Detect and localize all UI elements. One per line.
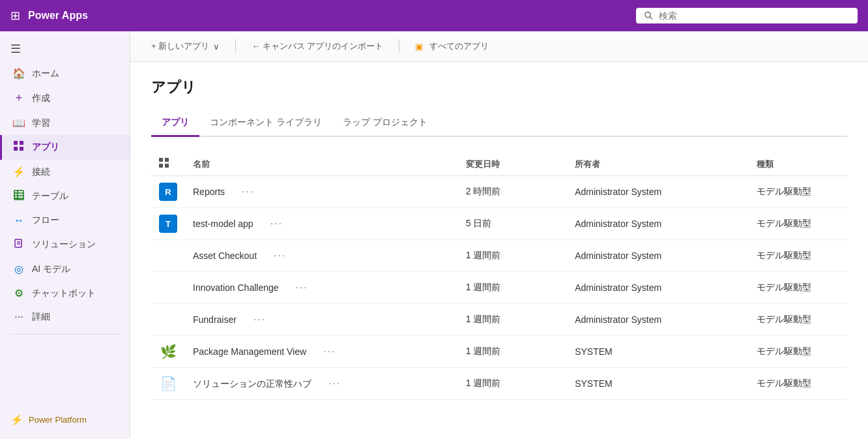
create-icon: +	[12, 91, 25, 105]
all-apps-label: すべてのアプリ	[429, 40, 489, 52]
sidebar-item-label: 作成	[32, 93, 50, 104]
page-title: アプリ	[151, 78, 847, 97]
app-icon-cell: T	[151, 208, 185, 240]
sidebar-item-label: ホーム	[32, 68, 59, 80]
svg-rect-11	[15, 239, 22, 247]
app-type-cell: モデル駆動型	[749, 304, 847, 336]
apps-icon	[12, 141, 25, 154]
solutions-icon	[12, 238, 25, 251]
app-name: Innovation Challenge	[193, 282, 279, 293]
tabs: アプリ コンポーネント ライブラリ ラップ プロジェクト	[151, 110, 847, 137]
sidebar-item-home[interactable]: 🏠 ホーム	[0, 61, 130, 85]
app-name: ソリューションの正常性ハブ	[193, 378, 311, 389]
dots-menu[interactable]: ···	[270, 249, 290, 262]
sidebar-toggle[interactable]: ☰	[0, 37, 130, 61]
dots-menu[interactable]: ···	[267, 217, 287, 230]
svg-rect-17	[165, 164, 169, 168]
app-name-cell: Innovation Challenge ···	[185, 272, 458, 304]
svg-rect-5	[20, 147, 23, 151]
app-name: test-model app	[193, 219, 253, 229]
app-owner-cell: SYSTEM	[567, 336, 749, 368]
dots-menu[interactable]: ···	[250, 312, 270, 326]
app-modified-cell: 1 週間前	[458, 272, 567, 304]
sidebar-item-learn[interactable]: 📖 学習	[0, 111, 130, 135]
new-app-label: + 新しいアプリ	[151, 40, 209, 52]
sidebar-item-chatbot[interactable]: ⚙ チャットボット	[0, 281, 130, 305]
import-button[interactable]: ← キャンバス アプリのインポート	[246, 38, 388, 55]
svg-rect-3	[20, 141, 23, 145]
app-icon-cell: 📄	[151, 368, 185, 400]
col-icon-header	[151, 153, 185, 176]
table-row: Asset Checkout ··· 1 週間前 Administrator S…	[151, 240, 847, 272]
app-name-cell: ソリューションの正常性ハブ ···	[185, 368, 458, 400]
table-row: R Reports ··· 2 時間前 Administrator System…	[151, 176, 847, 208]
col-type-header: 種類	[749, 153, 847, 176]
app-name: Package Management View	[193, 346, 306, 357]
new-app-button[interactable]: + 新しいアプリ ∨	[146, 38, 225, 55]
app-type-cell: モデル駆動型	[749, 272, 847, 304]
sidebar-bottom-powerplatform[interactable]: ⚡ Power Platform	[0, 406, 130, 434]
app-icon-cell: 🌿	[151, 336, 185, 368]
svg-rect-2	[14, 141, 18, 145]
sidebar-item-ai[interactable]: ◎ AI モデル	[0, 257, 130, 281]
search-icon	[644, 10, 654, 21]
sidebar: ☰ 🏠 ホーム + 作成 📖 学習 アプリ ⚡ 接続 テーブル	[0, 31, 130, 439]
home-icon: 🏠	[12, 67, 25, 80]
tab-components[interactable]: コンポーネント ライブラリ	[199, 110, 332, 137]
sidebar-item-label: ソリューション	[32, 239, 96, 250]
app-owner-cell: Administrator System	[567, 208, 749, 240]
sidebar-item-label: フロー	[32, 215, 59, 226]
app-type-cell: モデル駆動型	[749, 368, 847, 400]
content-area: アプリ アプリ コンポーネント ライブラリ ラップ プロジェクト	[130, 62, 868, 416]
col-modified-header: 変更日時	[458, 153, 567, 176]
sidebar-item-solutions[interactable]: ソリューション	[0, 232, 130, 257]
svg-rect-4	[14, 147, 18, 151]
sidebar-item-label: AI モデル	[32, 264, 70, 275]
ai-icon: ◎	[12, 263, 25, 275]
sidebar-item-label: チャットボット	[32, 288, 96, 299]
svg-rect-14	[159, 158, 163, 162]
dots-menu[interactable]: ···	[319, 344, 340, 358]
app-owner-cell: Administrator System	[567, 304, 749, 336]
tab-apps[interactable]: アプリ	[151, 110, 199, 137]
app-modified-cell: 1 週間前	[458, 336, 567, 368]
learn-icon: 📖	[12, 117, 25, 129]
app-modified-cell: 2 時間前	[458, 176, 567, 208]
sidebar-item-create[interactable]: + 作成	[0, 85, 130, 111]
app-name: Reports	[193, 187, 225, 197]
table-row: Innovation Challenge ··· 1 週間前 Administr…	[151, 272, 847, 304]
app-grid-icon[interactable]: ⊞	[10, 8, 20, 23]
sidebar-item-apps[interactable]: アプリ	[0, 135, 130, 160]
table-row: 📄 ソリューションの正常性ハブ ··· 1 週間前 SYSTEM モデル駆動型	[151, 368, 847, 400]
all-apps-button[interactable]: ▣ すべてのアプリ	[410, 38, 494, 55]
sidebar-item-label: テーブル	[32, 190, 68, 202]
flow-icon: ↔	[12, 215, 25, 226]
search-box[interactable]	[636, 8, 858, 23]
header: ⊞ Power Apps	[0, 0, 868, 31]
table-row: Fundraiser ··· 1 週間前 Administrator Syste…	[151, 304, 847, 336]
dots-menu[interactable]: ···	[325, 376, 345, 390]
toolbar-separator	[235, 40, 236, 53]
app-icon-cell	[151, 240, 185, 272]
svg-point-0	[645, 12, 650, 17]
more-icon: ···	[12, 311, 25, 323]
tab-wrap[interactable]: ラップ プロジェクト	[332, 110, 438, 137]
apps-table: 名前 変更日時 所有者 種類 R	[151, 153, 847, 400]
table-row: T test-model app ··· 5 日前 Administrator …	[151, 208, 847, 240]
sidebar-item-connect[interactable]: ⚡ 接続	[0, 160, 130, 184]
sidebar-item-flow[interactable]: ↔ フロー	[0, 209, 130, 232]
search-input[interactable]	[659, 10, 850, 21]
svg-line-1	[650, 17, 652, 20]
col-name-header: 名前	[185, 153, 458, 176]
new-app-caret-icon: ∨	[213, 42, 220, 52]
dots-menu[interactable]: ···	[238, 185, 258, 198]
app-icon-cell: R	[151, 176, 185, 208]
app-icon-cell	[151, 304, 185, 336]
table-row: 🌿 Package Management View ··· 1 週間前 SYST…	[151, 336, 847, 368]
app-name-cell: test-model app ···	[185, 208, 458, 240]
app-name: Asset Checkout	[193, 250, 257, 261]
dots-menu[interactable]: ···	[291, 280, 311, 294]
sidebar-item-more[interactable]: ··· 詳細	[0, 305, 130, 329]
app-owner-cell: SYSTEM	[567, 368, 749, 400]
sidebar-item-table[interactable]: テーブル	[0, 184, 130, 209]
